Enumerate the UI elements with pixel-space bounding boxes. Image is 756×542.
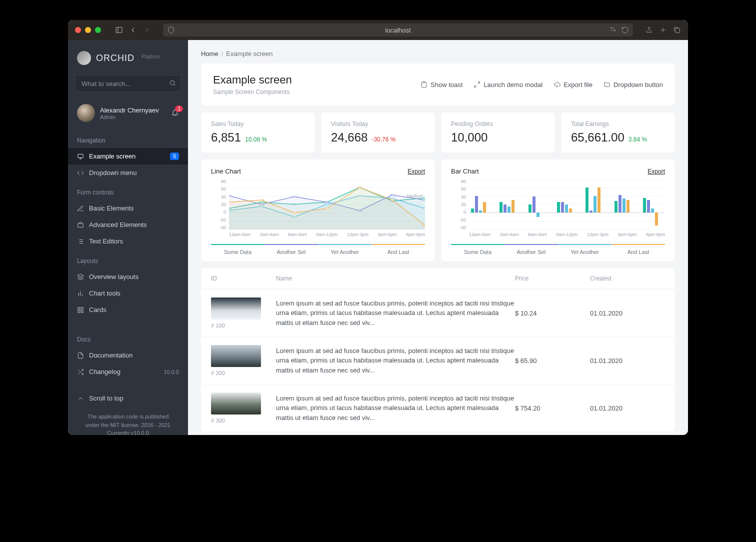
changelog-version: 10.0.0 — [164, 369, 179, 375]
legend-item: Another Set — [504, 244, 558, 255]
avatar — [77, 104, 95, 122]
svg-marker-17 — [78, 274, 84, 277]
export-file-button[interactable]: Export file — [554, 81, 592, 88]
sidebar-item-cards[interactable]: Cards — [68, 302, 188, 318]
svg-point-48 — [324, 204, 329, 204]
notifications-badge: 1 — [175, 106, 183, 112]
charts-row: Line Chart Export 806040200-20-40 Medium… — [201, 160, 675, 261]
share-icon[interactable] — [645, 26, 653, 34]
scroll-to-top-button[interactable]: Scroll to top — [68, 390, 188, 406]
svg-rect-23 — [78, 310, 80, 312]
col-price: Price — [515, 275, 590, 282]
breadcrumb-separator: / — [222, 50, 224, 58]
svg-point-37 — [422, 198, 425, 198]
sidebar-item-overview[interactable]: Overview layouts — [68, 268, 188, 285]
sidebar-toggle-icon[interactable] — [115, 26, 123, 34]
svg-point-56 — [358, 187, 362, 188]
dropdown-button[interactable]: Dropdown button — [604, 81, 663, 88]
file-icon — [77, 352, 84, 359]
col-created: Created — [590, 275, 665, 282]
monitor-icon — [77, 153, 84, 160]
y-axis: 806040200-20-40 — [451, 179, 466, 230]
breadcrumb: Home / Example screen — [201, 50, 675, 58]
svg-rect-22 — [81, 307, 83, 309]
brand-logo-icon — [77, 51, 91, 65]
chevron-up-icon — [77, 395, 84, 402]
svg-point-53 — [260, 200, 264, 200]
stat-label: Sales Today — [211, 120, 305, 128]
chart-title: Bar Chart — [451, 168, 479, 175]
show-toast-button[interactable]: Show toast — [420, 81, 462, 88]
sidebar-item-text[interactable]: Text Editors — [68, 233, 188, 250]
translate-icon[interactable] — [609, 26, 617, 34]
url-bar[interactable]: localhost — [163, 24, 633, 36]
table-row[interactable]: # 100 Lorem ipsum at sed ad fusce faucib… — [201, 290, 675, 337]
chart-export-link[interactable]: Export — [408, 168, 425, 175]
minimize-window[interactable] — [85, 27, 91, 33]
stat-label: Total Earnings — [571, 120, 665, 128]
page-actions: Show toast Launch demo modal Export file… — [420, 81, 663, 88]
legend-item: And Last — [372, 244, 425, 255]
layers-icon — [77, 274, 84, 280]
brand[interactable]: ORCHID Platform — [68, 40, 188, 70]
reload-icon[interactable] — [621, 26, 629, 34]
app-body: ORCHID Platform Alexandr Chernyaev Admin… — [68, 40, 688, 435]
table-row[interactable]: # 300 Lorem ipsum at sed ad fusce faucib… — [201, 384, 675, 432]
stat-delta: 10.08 % — [245, 136, 267, 143]
svg-rect-0 — [116, 28, 122, 33]
svg-rect-10 — [78, 224, 84, 228]
stat-delta: -30.76 % — [372, 136, 396, 143]
brand-title: ORCHID — [96, 53, 134, 64]
stat-card: Pending Orders 10,000 — [441, 112, 555, 152]
code-icon — [77, 170, 84, 176]
svg-line-30 — [474, 85, 476, 87]
sidebar-item-label: Dropdown menu — [89, 169, 136, 176]
svg-rect-4 — [676, 28, 680, 33]
legend-item: Some Data — [211, 244, 264, 255]
row-id: # 300 — [211, 418, 276, 424]
stat-label: Visitors Today — [331, 120, 425, 128]
svg-point-41 — [324, 202, 329, 202]
user-menu[interactable]: Alexandr Chernyaev Admin 1 — [68, 97, 188, 129]
legend-item: Another Set — [264, 244, 318, 255]
launch-modal-button[interactable]: Launch demo modal — [474, 81, 542, 88]
col-id: ID — [211, 275, 276, 282]
svg-point-55 — [324, 208, 329, 209]
sidebar-item-changelog[interactable]: Changelog 10.0.0 — [68, 364, 188, 380]
sidebar-item-label: Example screen — [89, 152, 136, 160]
sidebar-item-advanced[interactable]: Advanced Elements — [68, 216, 188, 233]
close-window[interactable] — [75, 27, 81, 33]
sidebar: ORCHID Platform Alexandr Chernyaev Admin… — [68, 40, 188, 435]
sidebar-item-documentation[interactable]: Documentation — [68, 347, 188, 364]
shield-icon — [167, 26, 175, 34]
stat-delta: 3.84 % — [628, 136, 647, 143]
breadcrumb-home[interactable]: Home — [201, 50, 218, 58]
line-chart: 806040200-20-40 Medium 12am-3am3am-6am6a… — [211, 179, 425, 239]
row-created: 01.01.2020 — [590, 310, 665, 317]
stat-label: Pending Orders — [451, 120, 545, 128]
new-tab-icon[interactable] — [659, 26, 667, 34]
scroll-to-top-label: Scroll to top — [89, 394, 124, 402]
svg-point-52 — [229, 202, 232, 202]
sidebar-item-basic[interactable]: Basic Elements — [68, 200, 188, 216]
chart-export-link[interactable]: Export — [648, 168, 665, 175]
stats-row: Sales Today 6,851 10.08 % Visitors Today… — [201, 112, 675, 152]
back-icon[interactable] — [129, 26, 137, 34]
search-input[interactable] — [75, 75, 181, 92]
table-header: ID Name Price Created — [201, 268, 675, 290]
notifications-button[interactable]: 1 — [171, 108, 179, 118]
bar-chart: 806040200-20-40 12am-3am3am-6am6am-9am9a… — [451, 179, 665, 239]
page-header: Example screen Sample Screen Components … — [201, 64, 675, 106]
svg-point-51 — [422, 208, 425, 209]
table-row[interactable]: # 200 Lorem ipsum at sed ad fusce faucib… — [201, 337, 675, 384]
sidebar-item-label: Overview layouts — [89, 273, 138, 280]
search-icon[interactable] — [169, 80, 176, 88]
maximize-window[interactable] — [95, 27, 101, 33]
list-icon — [77, 238, 84, 245]
sidebar-item-example[interactable]: Example screen 6 — [68, 148, 188, 164]
sidebar-item-dropdown[interactable]: Dropdown menu — [68, 164, 188, 181]
tabs-icon[interactable] — [673, 26, 681, 34]
user-name: Alexandr Chernyaev — [100, 106, 159, 114]
sidebar-item-charts[interactable]: Chart tools — [68, 285, 188, 302]
row-id: # 200 — [211, 370, 276, 376]
